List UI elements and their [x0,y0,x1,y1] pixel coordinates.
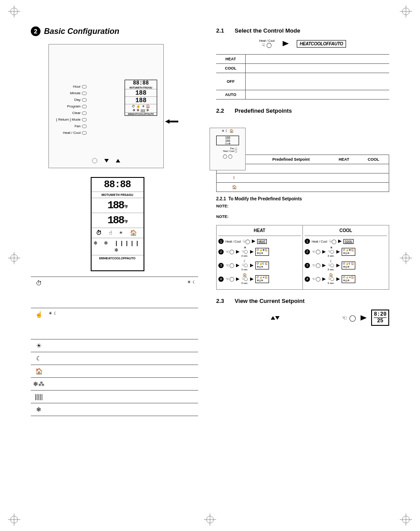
crop-mark [8,252,20,264]
sun-icon: ☀ [31,339,47,352]
mode-lcd-bar: HEATCOOLOFFAUTO [297,40,346,48]
press-button-icon: ☟ ◯ [259,42,275,48]
up-arrow-icon [116,159,120,162]
mode-select-diagram: Heat / Cool ☟ ◯ HEATCOOLOFFAUTO [216,39,389,48]
mode-table: HEAT COOL OFF AUTO [216,54,389,100]
note-label: NOTE: [216,204,389,208]
section-heading: 2 Basic Configuration [31,26,204,36]
cool-icon: ❄ [31,403,47,416]
clock-icon: ⏱ [31,277,47,308]
down-arrow-icon [275,316,280,320]
svg-marker-21 [165,119,178,124]
moon-icon: ☾ [217,173,253,183]
subsection-heading: 2.2 Predefined Setpoints [216,107,389,114]
up-arrow-icon [271,316,275,320]
crop-mark [8,513,20,526]
fan-icon: ❄⁂ [31,378,47,391]
crop-mark [400,5,412,18]
subsection-heading: 2.3 View the Current Setpoint [216,298,389,304]
section-number-badge: 2 [31,26,41,36]
crop-mark [400,252,412,264]
subsection-heading: 2.1 Select the Control Mode [216,27,389,34]
away-icon: 🏠 [31,365,47,378]
away-icon: 🏠 [217,183,253,192]
crop-mark [8,5,20,18]
button-icon [92,158,97,163]
manual-icon: ☝ [31,308,47,339]
thermostat-diagram: Hour Minute Day Program Clear [ Return ]… [48,44,164,168]
down-arrow-icon [104,159,109,162]
heat-icon: ||||| [31,391,47,403]
crop-mark [400,513,412,526]
crop-mark [204,513,216,526]
lcd-enlarged-diagram: 88:88 MOTUWETH FRSASU 188°F 188°F ⏱ ☝ ☀ … [91,177,144,271]
subsubsection-heading: 2.2.1 To Modify the Predefined Setpoints [216,196,389,201]
symbol-legend-table: ⏱☀ ☾ ☝☀ ☾ ☀ ☾ 🏠 ❄⁂ ||||| ❄ [31,277,198,416]
thermostat-button-labels: Hour Minute Day Program Clear [ Return ]… [52,83,87,136]
press-button-icon: ☜ ◯ [342,314,356,321]
lcd-readout: 8:20 25 [371,310,389,326]
procedure-diagram: HEAT 1Heat / Cool☟◯HEAT 2☜◯☀☟◯3 sec.⏱☝☀🏠… [216,225,389,290]
arrow-right-icon [361,315,367,321]
moon-icon: ☾ [31,352,47,365]
arrow-icon [165,119,178,125]
arrow-right-icon [283,41,289,46]
thermostat-closed-diagram: ☀ ☾ 🏠 188 188 ⏱☀❄ Fan ◯Heat / Cool ◯ ◯ ◯ [210,128,246,170]
section-title: Basic Configuration [44,27,119,36]
note-label: NOTE: [216,214,389,219]
view-setpoint-diagram: ☜ ◯ 8:20 25 [216,310,389,326]
